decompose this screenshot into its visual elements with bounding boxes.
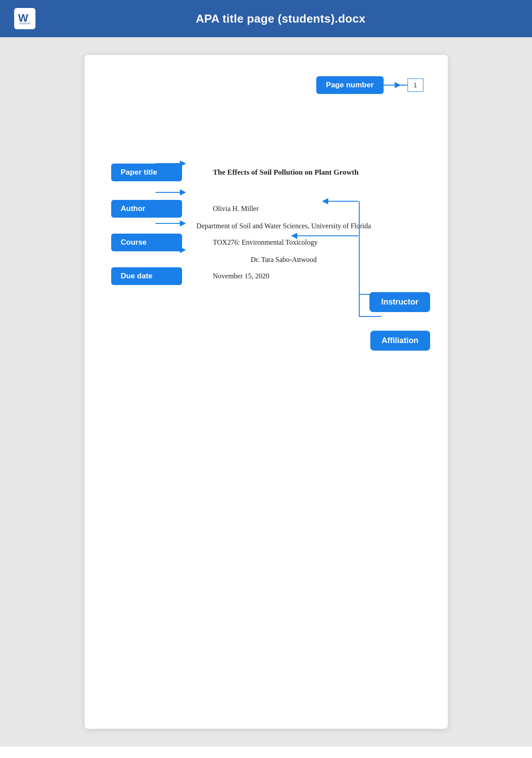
course-row: Course TOX276: Environmental Toxicology — [111, 234, 421, 251]
footer: Scribbr — [0, 746, 532, 758]
doc-body: Paper title The Effects of Soil Pollutio… — [111, 164, 421, 285]
document: Page number 1 Paper title The Effects of… — [85, 55, 448, 729]
page-number-connector — [384, 85, 408, 86]
right-annotation-block: Instructor Affiliation — [369, 292, 430, 351]
header-title: APA title page (students).docx — [43, 12, 518, 26]
due-date-row: Due date November 15, 2020 — [111, 267, 421, 285]
course-badge: Course — [111, 234, 182, 251]
header-bar: W APA title page (students).docx — [0, 0, 532, 37]
svg-rect-2 — [19, 23, 31, 24]
paper-title-row: Paper title The Effects of Soil Pollutio… — [111, 164, 421, 181]
affiliation-label-badge: Affiliation — [370, 331, 430, 351]
author-text: Olivia H. Miller — [213, 205, 421, 213]
author-badge: Author — [111, 200, 182, 218]
due-date-badge: Due date — [111, 267, 182, 285]
due-date-text: November 15, 2020 — [213, 272, 421, 280]
author-row: Author Olivia H. Miller — [111, 200, 421, 218]
page-number-box: 1 — [408, 78, 423, 92]
page-number-badge: Page number — [316, 76, 384, 94]
instructor-label-badge: Instructor — [369, 292, 430, 312]
word-icon: W — [14, 8, 35, 29]
connector-svg — [85, 55, 448, 729]
svg-text:W: W — [18, 12, 28, 24]
paper-title-badge: Paper title — [111, 164, 182, 181]
affiliation-text: Department of Soil and Water Sciences, U… — [147, 222, 421, 230]
instructor-text: Dr. Tara Sabo-Attwood — [147, 256, 421, 264]
page-number-area: Page number 1 — [316, 76, 423, 94]
paper-title-text: The Effects of Soil Pollution on Plant G… — [213, 168, 421, 177]
course-text: TOX276: Environmental Toxicology — [213, 238, 421, 246]
main-content: Page number 1 Paper title The Effects of… — [0, 37, 532, 746]
